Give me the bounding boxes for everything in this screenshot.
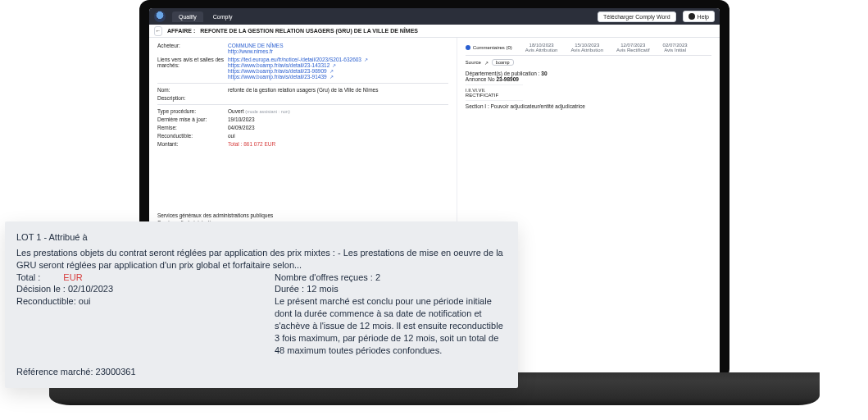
decision-value: 02/10/2023 bbox=[68, 284, 113, 294]
name-value: refonte de la gestion relation usagers (… bbox=[228, 87, 448, 93]
notice-tab[interactable]: 12/07/2023Avis Rectificatif bbox=[616, 43, 650, 52]
comments-tab[interactable]: Commentaires (0) bbox=[466, 43, 512, 52]
title-prefix: AFFAIRE : bbox=[167, 28, 195, 34]
lot-body: Les prestations objets du contrat seront… bbox=[16, 247, 507, 272]
reconduct-label: Reconductible: bbox=[16, 296, 76, 306]
back-button[interactable]: ← bbox=[154, 26, 162, 36]
amount-label: Montant: bbox=[157, 141, 228, 147]
total-value: EUR bbox=[63, 272, 82, 282]
source-label: Source bbox=[466, 60, 481, 65]
reconduct-value: oui bbox=[79, 296, 91, 306]
tab-qualify[interactable]: Qualify bbox=[172, 11, 203, 22]
notice-tab[interactable]: 18/10/2023Avis Attribution bbox=[525, 43, 558, 52]
market-link[interactable]: https://www.boamp.fr/avis/detail/23-9143… bbox=[228, 74, 448, 80]
procedure-label: Type procédure: bbox=[157, 108, 228, 114]
market-link[interactable]: https://www.boamp.fr/avis/detail/23-9890… bbox=[228, 68, 448, 74]
external-icon: ↗ bbox=[329, 75, 334, 80]
ref-label: Référence marché: bbox=[16, 367, 93, 377]
ref-value: 23000361 bbox=[96, 367, 136, 377]
procedure-value: Ouvert bbox=[228, 108, 244, 114]
page-title: REFONTE DE LA GESTION RELATION USAGERS (… bbox=[200, 28, 418, 34]
procedure-note: (mode assistant : non) bbox=[245, 109, 289, 114]
notice-tabs: Commentaires (0) 18/10/2023Avis Attribut… bbox=[466, 43, 711, 56]
reconduct-value: oui bbox=[228, 133, 448, 139]
notice-tab[interactable]: 15/10/2023Avis Attribution bbox=[570, 43, 603, 52]
duration-text: Le présent marché est conclu pour une pé… bbox=[275, 295, 507, 356]
external-icon: ↗ bbox=[484, 60, 489, 66]
external-icon: ↗ bbox=[364, 57, 368, 62]
decision-label: Décision le : bbox=[16, 284, 66, 294]
remise-value: 04/09/2023 bbox=[228, 125, 448, 130]
amount-value: Total : 861 072 EUR bbox=[228, 141, 448, 147]
lot-title: LOT 1 - Attribué à bbox=[16, 231, 507, 244]
buyer-url-link[interactable]: http://www.nimes.fr bbox=[228, 48, 448, 54]
market-link[interactable]: https://www.boamp.fr/avis/detail/23-1433… bbox=[228, 62, 448, 68]
titlebar: ← AFFAIRE : REFONTE DE LA GESTION RELATI… bbox=[149, 25, 720, 38]
offers-value: 2 bbox=[375, 272, 380, 282]
updated-label: Dernière mise à jour: bbox=[157, 116, 228, 122]
updated-value: 19/10/2023 bbox=[228, 116, 448, 122]
name-label: Nom: bbox=[157, 87, 228, 93]
help-button[interactable]: Help bbox=[683, 11, 715, 22]
notice-meta: Département(s) de publication : 30 Annon… bbox=[466, 71, 711, 109]
download-comply-button[interactable]: Télécharger Comply Word bbox=[598, 11, 676, 22]
remise-label: Remise: bbox=[157, 125, 228, 130]
buyer-label: Acheteur: bbox=[157, 43, 228, 54]
buyer-name-link[interactable]: COMMUNE DE NÎMES bbox=[228, 43, 448, 48]
notice-tab[interactable]: 02/07/2023Avis Initial bbox=[663, 43, 688, 52]
source-chip[interactable]: boamp bbox=[492, 59, 514, 66]
rectificatif-label: RECTIFICATIF bbox=[466, 93, 711, 98]
tab-comply[interactable]: Comply bbox=[207, 11, 239, 22]
section-heading: Section I : Pouvoir adjudicateur/entité … bbox=[466, 103, 711, 109]
app-logo-icon bbox=[154, 11, 166, 22]
market-link[interactable]: https://ted.europa.eu/fr/notice/-/detail… bbox=[228, 57, 448, 62]
lot-popup: LOT 1 - Attribué à Les prestations objet… bbox=[5, 221, 518, 388]
topbar: Qualify Comply Télécharger Comply Word H… bbox=[149, 8, 720, 25]
duration-label: Durée : bbox=[275, 284, 304, 294]
reconduct-label: Reconductible: bbox=[157, 133, 228, 139]
offers-label: Nombre d'offres reçues : bbox=[275, 272, 373, 282]
total-label: Total : bbox=[16, 272, 40, 282]
links-label: Liens vers avis et salles des marchés: bbox=[157, 57, 228, 80]
service-line: Services généraux des administrations pu… bbox=[157, 212, 448, 218]
duration-value: 12 mois bbox=[307, 284, 339, 294]
description-label: Description: bbox=[157, 95, 228, 101]
